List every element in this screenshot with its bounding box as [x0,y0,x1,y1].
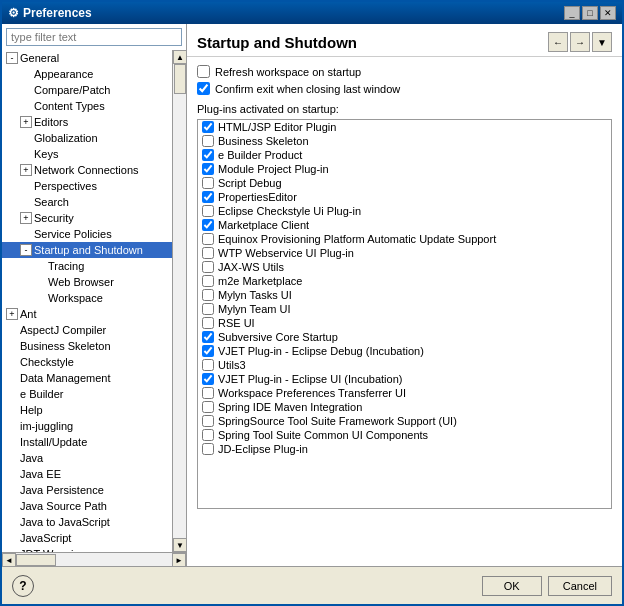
plugin-row-properties-editor[interactable]: PropertiesEditor [198,190,611,204]
tree-item-help[interactable]: Help [2,402,172,418]
tree-item-data-management[interactable]: Data Management [2,370,172,386]
plugin-row-springsource-tool[interactable]: SpringSource Tool Suite Framework Suppor… [198,414,611,428]
tree-item-business-skeleton[interactable]: Business Skeleton [2,338,172,354]
checkbox-refresh-workspace[interactable] [197,65,210,78]
tree-item-tracing[interactable]: Tracing [2,258,172,274]
plugin-checkbox-business-skeleton[interactable] [202,135,214,147]
plugin-checkbox-subversive[interactable] [202,331,214,343]
plugin-checkbox-utils3[interactable] [202,359,214,371]
tree-item-java-source-path[interactable]: Java Source Path [2,498,172,514]
plugin-checkbox-rse-ui[interactable] [202,317,214,329]
nav-back-button[interactable]: ← [548,32,568,52]
plugin-row-module-project[interactable]: Module Project Plug-in [198,162,611,176]
scroll-right-button[interactable]: ► [172,553,186,566]
plugin-row-eclipse-checkstyle[interactable]: Eclipse Checkstyle Ui Plug-in [198,204,611,218]
tree-item-checkstyle[interactable]: Checkstyle [2,354,172,370]
plugin-row-equinox-provisioning[interactable]: Equinox Provisioning Platform Automatic … [198,232,611,246]
cancel-button[interactable]: Cancel [548,576,612,596]
h-scroll-thumb[interactable] [16,554,56,566]
plugin-checkbox-workspace-preferences[interactable] [202,387,214,399]
tree-item-java-to-javascript[interactable]: Java to JavaScript [2,514,172,530]
plugin-row-script-debug[interactable]: Script Debug [198,176,611,190]
plugin-row-spring-maven[interactable]: Spring IDE Maven Integration [198,400,611,414]
plugin-row-business-skeleton[interactable]: Business Skeleton [198,134,611,148]
tree-item-javascript[interactable]: JavaScript [2,530,172,546]
plugin-checkbox-eclipse-checkstyle[interactable] [202,205,214,217]
close-button[interactable]: ✕ [600,6,616,20]
plugin-row-mylyn-team[interactable]: Mylyn Team UI [198,302,611,316]
tree-scrollbar[interactable]: ▲ ▼ [172,50,186,552]
tree-item-content-types[interactable]: Content Types [2,98,172,114]
expand-icon-ant[interactable]: + [6,308,18,320]
tree-item-workspace[interactable]: Workspace [2,290,172,306]
scroll-up-button[interactable]: ▲ [173,50,186,64]
plugin-row-spring-tool-common[interactable]: Spring Tool Suite Common UI Components [198,428,611,442]
plugin-row-workspace-preferences[interactable]: Workspace Preferences Transferrer UI [198,386,611,400]
plugin-checkbox-marketplace-client[interactable] [202,219,214,231]
tree-item-java[interactable]: Java [2,450,172,466]
plugin-checkbox-mylyn-tasks[interactable] [202,289,214,301]
plugin-checkbox-jd-eclipse[interactable] [202,443,214,455]
plugin-row-utils3[interactable]: Utils3 [198,358,611,372]
tree-item-web-browser[interactable]: Web Browser [2,274,172,290]
plugin-row-jax-ws[interactable]: JAX-WS Utils [198,260,611,274]
expand-icon-editors[interactable]: + [20,116,32,128]
tree-item-perspectives[interactable]: Perspectives [2,178,172,194]
plugin-row-mylyn-tasks[interactable]: Mylyn Tasks UI [198,288,611,302]
scroll-thumb[interactable] [174,64,186,94]
plugin-row-subversive[interactable]: Subversive Core Startup [198,330,611,344]
plugin-checkbox-script-debug[interactable] [202,177,214,189]
tree-item-general[interactable]: -General [2,50,172,66]
ok-button[interactable]: OK [482,576,542,596]
tree-item-install-update[interactable]: Install/Update [2,434,172,450]
plugin-checkbox-m2e-marketplace[interactable] [202,275,214,287]
tree-item-security[interactable]: +Security [2,210,172,226]
nav-forward-button[interactable]: → [570,32,590,52]
tree-item-im-juggling[interactable]: im-juggling [2,418,172,434]
plugin-checkbox-wtp-webservice[interactable] [202,247,214,259]
minimize-button[interactable]: _ [564,6,580,20]
expand-icon-startup-shutdown[interactable]: - [20,244,32,256]
plugin-row-jd-eclipse[interactable]: JD-Eclipse Plug-in [198,442,611,456]
expand-icon-network-connections[interactable]: + [20,164,32,176]
checkbox-confirm-exit[interactable] [197,82,210,95]
tree-item-service-policies[interactable]: Service Policies [2,226,172,242]
tree-item-appearance[interactable]: Appearance [2,66,172,82]
plugin-checkbox-jax-ws[interactable] [202,261,214,273]
tree-item-network-connections[interactable]: +Network Connections [2,162,172,178]
plugin-checkbox-equinox-provisioning[interactable] [202,233,214,245]
plugin-checkbox-e-builder[interactable] [202,149,214,161]
scroll-down-button[interactable]: ▼ [173,538,186,552]
help-button[interactable]: ? [12,575,34,597]
plugin-checkbox-properties-editor[interactable] [202,191,214,203]
plugin-row-vjet-eclipse-ui[interactable]: VJET Plug-in - Eclipse UI (Incubation) [198,372,611,386]
tree-item-search[interactable]: Search [2,194,172,210]
plugin-row-rse-ui[interactable]: RSE UI [198,316,611,330]
plugin-checkbox-springsource-tool[interactable] [202,415,214,427]
plugin-row-wtp-webservice[interactable]: WTP Webservice UI Plug-in [198,246,611,260]
plugin-row-marketplace-client[interactable]: Marketplace Client [198,218,611,232]
tree-item-java-persistence[interactable]: Java Persistence [2,482,172,498]
expand-icon-general[interactable]: - [6,52,18,64]
tree-item-globalization[interactable]: Globalization [2,130,172,146]
plugin-checkbox-vjet-eclipse-ui[interactable] [202,373,214,385]
tree-item-keys[interactable]: Keys [2,146,172,162]
plugin-checkbox-spring-maven[interactable] [202,401,214,413]
tree-item-java-ee[interactable]: Java EE [2,466,172,482]
nav-dropdown-button[interactable]: ▼ [592,32,612,52]
plugin-checkbox-html-jsp[interactable] [202,121,214,133]
tree-item-editors[interactable]: +Editors [2,114,172,130]
plugin-checkbox-mylyn-team[interactable] [202,303,214,315]
tree-item-ant[interactable]: +Ant [2,306,172,322]
tree-item-compare[interactable]: Compare/Patch [2,82,172,98]
plugin-checkbox-spring-tool-common[interactable] [202,429,214,441]
filter-input[interactable] [6,28,182,46]
plugin-checkbox-module-project[interactable] [202,163,214,175]
plugin-row-vjet-debug[interactable]: VJET Plug-in - Eclipse Debug (Incubation… [198,344,611,358]
plugin-row-e-builder[interactable]: e Builder Product [198,148,611,162]
expand-icon-security[interactable]: + [20,212,32,224]
plugin-row-html-jsp[interactable]: HTML/JSP Editor Plugin [198,120,611,134]
plugin-row-m2e-marketplace[interactable]: m2e Marketplace [198,274,611,288]
tree-item-startup-shutdown[interactable]: -Startup and Shutdown [2,242,172,258]
tree-item-aspectj[interactable]: AspectJ Compiler [2,322,172,338]
